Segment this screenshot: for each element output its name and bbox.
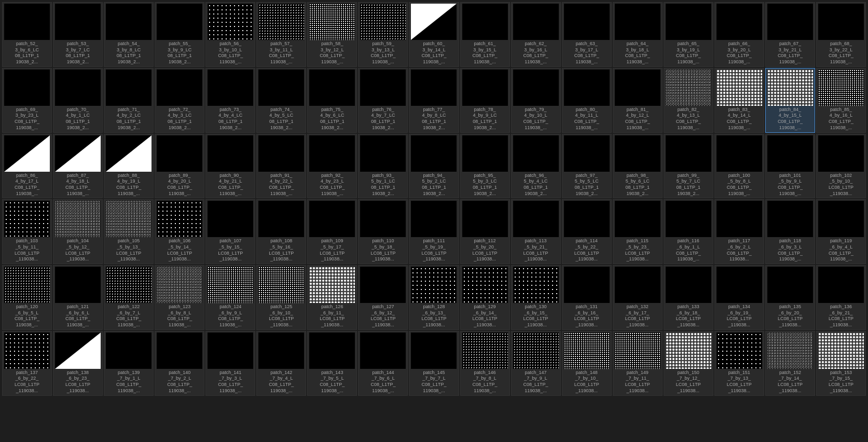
patch-item-89[interactable]: patch_89_ 4_by_20_L C08_L1TP_ 119038_... bbox=[155, 134, 204, 199]
patch-item-98[interactable]: patch_98_ 5_by_6_LC 08_L1TP_1 19038_2... bbox=[613, 134, 663, 199]
patch-item-79[interactable]: patch_79_ 4_by_10_L C08_L1TP_ 119038_... bbox=[511, 68, 561, 133]
patch-item-63[interactable]: patch_63_ 3_by_17_L C08_L1TP_ 119038_... bbox=[562, 2, 612, 67]
patch-item-144[interactable]: patch_144 _7_by_6_L C08_L1TP_ 119038_... bbox=[358, 331, 408, 396]
patch-item-127[interactable]: patch_127 _6_by_12_ LC08_L1TP _119038... bbox=[358, 265, 408, 330]
patch-item-101[interactable]: patch_101 _5_by_9_L C08_L1TP_ 119038_... bbox=[765, 134, 815, 199]
patch-item-138[interactable]: patch_138 _6_by_23_ LC08_L1TP _119038... bbox=[53, 331, 103, 396]
patch-item-110[interactable]: patch_110 _5_by_18_ LC08_L1TP _119038... bbox=[358, 199, 408, 264]
patch-item-143[interactable]: patch_143 _7_by_5_L C08_L1TP_ 119038_... bbox=[307, 331, 357, 396]
patch-item-133[interactable]: patch_133 _6_by_18_ LC08_L1TP _119038... bbox=[664, 265, 713, 330]
patch-item-100[interactable]: patch_100 _5_by_8_L C08_L1TP_ 119038_... bbox=[714, 134, 764, 199]
patch-item-142[interactable]: patch_142 _7_by_4_L C08_L1TP_ 119038_... bbox=[256, 331, 306, 396]
patch-item-131[interactable]: patch_131 _6_by_16_ LC08_L1TP _119038... bbox=[562, 265, 612, 330]
patch-item-68[interactable]: patch_68_ 3_by_22_L C08_L1TP_ 119038_... bbox=[816, 2, 866, 67]
patch-item-153[interactable]: patch_153 _7_by_15_ LC08_L1TP _119038... bbox=[816, 331, 866, 396]
patch-item-99[interactable]: patch_99_ 5_by_7_LC 08_L1TP_1 19038_2... bbox=[664, 134, 713, 199]
patch-item-149[interactable]: patch_149 _7_by_11_ LC08_L1TP _119038... bbox=[613, 331, 663, 396]
patch-item-117[interactable]: patch_117 _6_by_2_L C08_L1TP_ 119038... bbox=[714, 199, 764, 264]
patch-item-81[interactable]: patch_81_ 4_by_12_L C08_L1TP_ 119038_... bbox=[613, 68, 663, 133]
patch-item-105[interactable]: patch_105 _5_by_13_ LC08_L1TP _119038... bbox=[104, 199, 154, 264]
patch-item-134[interactable]: patch_134 _6_by_19_ LC08_L1TP _119038... bbox=[714, 265, 764, 330]
patch-item-59[interactable]: patch_59_ 3_by_13_L C08_L1TP_ 119038_... bbox=[358, 2, 408, 67]
patch-item-135[interactable]: patch_135 _6_by_20_ LC08_L1TP _119038... bbox=[765, 265, 815, 330]
patch-item-147[interactable]: patch_147 _7_by_9_L C08_L1TP_ 119038_... bbox=[511, 331, 561, 396]
patch-item-64[interactable]: patch_64_ 3_by_18_L C08_L1TP_ 119038_... bbox=[613, 2, 663, 67]
patch-item-65[interactable]: patch_65_ 3_by_19_L C08_L1TP_ 119038_... bbox=[664, 2, 713, 67]
patch-item-121[interactable]: patch_121 _6_by_6_L C08_L1TP_ 119038_... bbox=[53, 265, 103, 330]
patch-item-152[interactable]: patch_152 _7_by_14_ LC08_L1TP _119038... bbox=[765, 331, 815, 396]
patch-item-60[interactable]: patch_60_ 3_by_14_L C08_L1TP_ 119038_... bbox=[409, 2, 459, 67]
patch-item-122[interactable]: patch_122 _6_by_7_L C08_L1TP_ 119038_... bbox=[104, 265, 154, 330]
patch-item-115[interactable]: patch_115 _5_by_23_ LC08_L1TP _119038... bbox=[613, 199, 663, 264]
patch-item-55[interactable]: patch_55_ 3_by_9_LC 08_L1TP_1 19038_2... bbox=[155, 2, 204, 67]
patch-item-116[interactable]: patch_116 _6_by_1_L C08_L1TP_ 119038_... bbox=[664, 199, 713, 264]
patch-item-97[interactable]: patch_97_ 5_by_5_LC 08_L1TP_1 19038_2... bbox=[562, 134, 612, 199]
patch-item-66[interactable]: patch_66_ 3_by_20_L C08_L1TP_ 119038_... bbox=[714, 2, 764, 67]
patch-item-130[interactable]: patch_130 _6_by_15_ LC08_L1TP _119038... bbox=[511, 265, 561, 330]
patch-item-62[interactable]: patch_62_ 3_by_16_L C08_L1TP_ 119038_... bbox=[511, 2, 561, 67]
patch-item-70[interactable]: patch_70_ 4_by_1_LC 08_L1TP_1 19038_2... bbox=[53, 68, 103, 133]
patch-item-111[interactable]: patch_111 _5_by_19_ LC08_L1TP _119038... bbox=[409, 199, 459, 264]
patch-item-78[interactable]: patch_78_ 4_by_9_LC 08_L1TP_1 19038_2... bbox=[460, 68, 510, 133]
patch-item-132[interactable]: patch_132 _6_by_17_ LC08_L1TP _119038... bbox=[613, 265, 663, 330]
patch-item-125[interactable]: patch_125 _6_by_10_ LC08_L1TP _119038... bbox=[256, 265, 306, 330]
patch-item-150[interactable]: patch_150 _7_by_12_ LC08_L1TP _119038... bbox=[664, 331, 713, 396]
patch-item-137[interactable]: patch_137 _6_by_22_ LC08_L1TP _119038... bbox=[2, 331, 52, 396]
patch-item-128[interactable]: patch_128 _6_by_13_ LC08_L1TP _119038... bbox=[409, 265, 459, 330]
patch-item-88[interactable]: patch_88_ 4_by_19_L C08_L1TP_ 119038_... bbox=[104, 134, 154, 199]
patch-item-103[interactable]: patch_103 _5_by_11_ LC08_L1TP _119038... bbox=[2, 199, 52, 264]
patch-item-112[interactable]: patch_112 _5_by_20_ LC08_L1TP _119038... bbox=[460, 199, 510, 264]
patch-item-123[interactable]: patch_123 _6_by_8_L C08_L1TP_ 119038_... bbox=[155, 265, 204, 330]
patch-item-104[interactable]: patch_104 _5_by_12_ LC08_L1TP _119038... bbox=[53, 199, 103, 264]
patch-item-72[interactable]: patch_72_ 4_by_3_LC 08_L1TP_1 19038_2... bbox=[155, 68, 204, 133]
patch-item-118[interactable]: patch_118 _6_by_3_L C08_L1TP_ 119038_... bbox=[765, 199, 815, 264]
patch-item-53[interactable]: patch_53_ 3_by_7_LC 08_L1TP_1 19038_2... bbox=[53, 2, 103, 67]
patch-item-74[interactable]: patch_74_ 4_by_5_LC 08_L1TP_1 19038_2... bbox=[256, 68, 306, 133]
patch-item-151[interactable]: patch_151 _7_by_13_ LC08_L1TP _119038... bbox=[714, 331, 764, 396]
patch-item-80[interactable]: patch_80_ 4_by_11_L C08_L1TP_ 119038_... bbox=[562, 68, 612, 133]
patch-item-83[interactable]: patch_83_ 4_by_14_L C08_L1TP_ 119038_... bbox=[714, 68, 764, 133]
patch-item-85[interactable]: patch_85_ 4_by_16_L C08_L1TP_ 119038_... bbox=[816, 68, 866, 133]
patch-item-82[interactable]: patch_82_ 4_by_13_L C08_L1TP_ 119038_... bbox=[664, 68, 713, 133]
patch-item-106[interactable]: patch_106 _5_by_14_ LC08_L1TP _119038... bbox=[155, 199, 204, 264]
patch-item-119[interactable]: patch_119 _6_by_4_L C08_L1TP_ 119038_... bbox=[816, 199, 866, 264]
patch-item-69[interactable]: patch_69_ 3_by_23_L C08_L1TP_ 119038_... bbox=[2, 68, 52, 133]
patch-item-75[interactable]: patch_75_ 4_by_6_LC 08_L1TP_1 19038_2... bbox=[307, 68, 357, 133]
patch-item-94[interactable]: patch_94_ 5_by_2_LC 08_L1TP_1 19038_2... bbox=[409, 134, 459, 199]
patch-item-77[interactable]: patch_77_ 4_by_8_LC 08_L1TP_1 19038_2... bbox=[409, 68, 459, 133]
patch-item-84[interactable]: patch_84_ 4_by_15_L C08_L1TP_ 119038_... bbox=[765, 68, 815, 133]
patch-item-76[interactable]: patch_76_ 4_by_7_LC 08_L1TP_1 19038_2... bbox=[358, 68, 408, 133]
patch-item-71[interactable]: patch_71_ 4_by_2_LC 08_L1TP_1 19038_2... bbox=[104, 68, 154, 133]
patch-item-91[interactable]: patch_91_ 4_by_22_L C08_L1TP_ 119038_... bbox=[256, 134, 306, 199]
patch-item-108[interactable]: patch_108 _5_by_16_ LC08_L1TP _119038... bbox=[256, 199, 306, 264]
patch-item-120[interactable]: patch_120 _6_by_5_L C08_L1TP_ 119038_... bbox=[2, 265, 52, 330]
patch-item-52[interactable]: patch_52_ 3_by_6_LC 08_L1TP_1 19038_2... bbox=[2, 2, 52, 67]
patch-item-146[interactable]: patch_146 _7_by_8_L C08_L1TP_ 119038_... bbox=[460, 331, 510, 396]
patch-item-93[interactable]: patch_93_ 5_by_1_LC 08_L1TP_1 19038_2... bbox=[358, 134, 408, 199]
patch-item-140[interactable]: patch_140 _7_by_2_L C08_L1TP_ 119038_... bbox=[155, 331, 204, 396]
patch-item-114[interactable]: patch_114 _5_by_22_ LC08_L1TP _119038... bbox=[562, 199, 612, 264]
patch-item-92[interactable]: patch_92_ 4_by_23_L C08_L1TP_ 119038_... bbox=[307, 134, 357, 199]
patch-item-148[interactable]: patch_148 _7_by_10_ LC08_L1TP _119038... bbox=[562, 331, 612, 396]
patch-item-107[interactable]: patch_107 _5_by_15_ LC08_L1TP _119038... bbox=[205, 199, 255, 264]
patch-item-136[interactable]: patch_136 _6_by_21_ LC08_L1TP _119038... bbox=[816, 265, 866, 330]
patch-item-87[interactable]: patch_87_ 4_by_18_L C08_L1TP_ 119038_... bbox=[53, 134, 103, 199]
patch-item-86[interactable]: patch_86_ 4_by_17_L C08_L1TP_ 119038_... bbox=[2, 134, 52, 199]
patch-item-90[interactable]: patch_90_ 4_by_21_L C08_L1TP_ 119038_... bbox=[205, 134, 255, 199]
patch-item-73[interactable]: patch_73_ 4_by_4_LC 08_L1TP_1 19038_2... bbox=[205, 68, 255, 133]
patch-item-57[interactable]: patch_57_ 3_by_11_L C08_L1TP_ 119038_... bbox=[256, 2, 306, 67]
patch-item-141[interactable]: patch_141 _7_by_3_L C08_L1TP_ 119038_... bbox=[205, 331, 255, 396]
patch-item-113[interactable]: patch_113 _5_by_21_ LC08_L1TP _119038... bbox=[511, 199, 561, 264]
patch-item-129[interactable]: patch_129 _6_by_14_ LC08_L1TP _119038... bbox=[460, 265, 510, 330]
patch-item-96[interactable]: patch_96_ 5_by_4_LC 08_L1TP_1 19038_2... bbox=[511, 134, 561, 199]
patch-item-58[interactable]: patch_58_ 3_by_12_L C08_L1TP_ 119038_... bbox=[307, 2, 357, 67]
patch-item-145[interactable]: patch_145 _7_by_7_L C08_L1TP_ 119038_... bbox=[409, 331, 459, 396]
patch-item-67[interactable]: patch_67_ 3_by_21_L C08_L1TP_ 119038_... bbox=[765, 2, 815, 67]
patch-item-61[interactable]: patch_61_ 3_by_15_L C08_L1TP_ 119038_... bbox=[460, 2, 510, 67]
patch-item-124[interactable]: patch_124 _6_by_9_L C08_L1TP_ 119038_... bbox=[205, 265, 255, 330]
patch-item-139[interactable]: patch_139 _7_by_1_L C08_L1TP_ 119038_... bbox=[104, 331, 154, 396]
patch-item-54[interactable]: patch_54_ 3_by_8_LC 08_L1TP_1 19038_2... bbox=[104, 2, 154, 67]
patch-item-102[interactable]: patch_102 _5_by_10_ LC08_L1TP _119038... bbox=[816, 134, 866, 199]
patch-item-109[interactable]: patch_109 _5_by_17_ LC08_L1TP _119038... bbox=[307, 199, 357, 264]
patch-item-126[interactable]: patch_126 _6_by_11_ LC08_L1TP _119038... bbox=[307, 265, 357, 330]
